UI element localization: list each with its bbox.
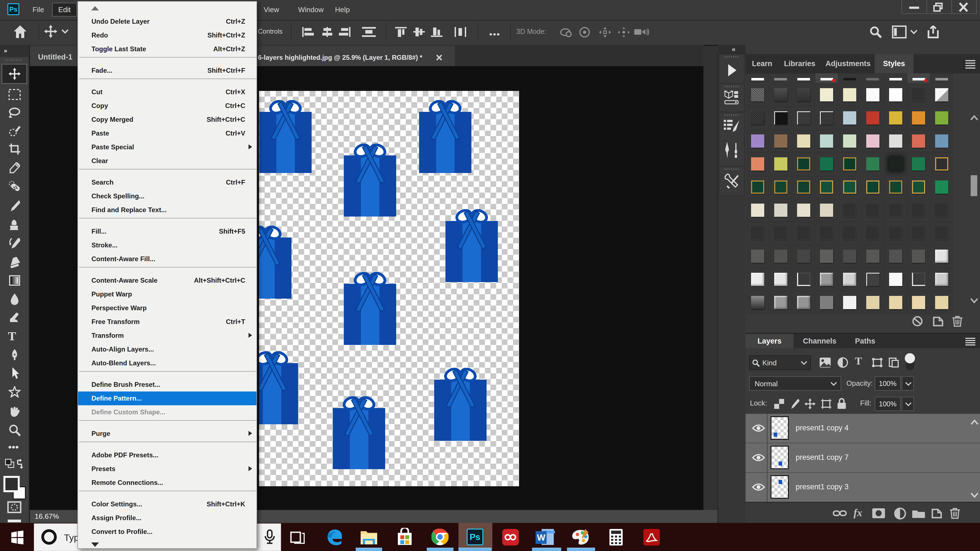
svg-text:W: W	[537, 532, 546, 543]
